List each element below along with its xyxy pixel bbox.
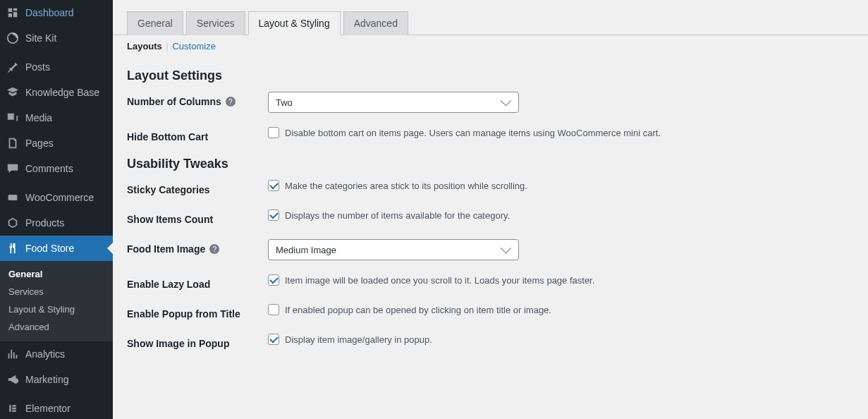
field-label: Number of Columns [127,96,221,107]
field-label: Show Image in Popup [127,338,229,349]
tab-services[interactable]: Services [186,11,245,35]
row-food-item-image: Food Item Image ? Medium Image [127,239,854,260]
sub-nav-customize[interactable]: Customize [172,41,215,51]
sidebar-item-label: Knowledge Base [25,87,99,98]
food-icon [6,241,20,255]
field-label: Show Items Count [127,214,213,225]
field-desc: If enabled popup can be opened by clicki… [285,305,551,315]
sub-nav-current[interactable]: Layouts [127,41,162,51]
sidebar-item-label: WooCommerce [25,192,94,203]
woocommerce-icon [6,190,20,205]
checkbox-sticky-categories[interactable] [268,180,279,191]
checkbox-show-image-in-popup[interactable] [268,334,279,345]
sidebar-item-media[interactable]: Media [0,105,113,130]
sidebar-item-comments[interactable]: Comments [0,156,113,181]
sidebar-submenu: General Services Layout & Styling Advanc… [0,261,113,341]
pages-icon [6,136,20,150]
submenu-item-advanced[interactable]: Advanced [0,318,113,336]
select-value: Medium Image [276,245,336,255]
submenu-item-general[interactable]: General [0,265,113,283]
sidebar-item-marketing[interactable]: Marketing [0,367,113,392]
sidebar-item-label: Dashboard [25,7,74,18]
sidebar-item-label: Food Store [25,243,74,254]
sub-nav: Layouts | Customize [113,35,868,57]
help-icon[interactable]: ? [209,244,219,254]
products-icon [6,216,20,230]
row-sticky-categories: Sticky Categories Make the categories ar… [127,180,854,195]
field-desc: Disable bottom cart on items page. Users… [285,128,661,138]
sidebar-item-analytics[interactable]: Analytics [0,341,113,367]
section-title-usability-tweaks: Usability Tweaks [127,157,854,171]
sub-nav-separator: | [166,41,168,51]
main-content: General Services Layout & Styling Advanc… [113,0,868,419]
graduation-cap-icon [6,85,20,99]
pin-icon [6,60,20,74]
help-icon[interactable]: ? [226,97,236,107]
sidebar-item-label: Posts [25,61,50,73]
sidebar-item-label: Analytics [25,348,65,360]
sidebar-item-label: Pages [25,138,54,149]
row-number-of-columns: Number of Columns ? Two [127,92,854,113]
admin-sidebar: Dashboard Site Kit Posts Knowledge Base … [0,0,113,419]
row-show-items-count: Show Items Count Displays the number of … [127,210,854,225]
row-enable-popup-from-title: Enable Popup from Title If enabled popup… [127,304,854,320]
tab-general[interactable]: General [127,11,183,35]
row-enable-lazy-load: Enable Lazy Load Item image will be load… [127,274,854,290]
sidebar-item-pages[interactable]: Pages [0,130,113,156]
sidebar-item-label: Site Kit [25,32,56,44]
field-label: Enable Popup from Title [127,308,240,320]
row-show-image-in-popup: Show Image in Popup Display item image/g… [127,334,854,349]
tab-advanced[interactable]: Advanced [343,11,408,35]
sidebar-item-knowledge-base[interactable]: Knowledge Base [0,80,113,105]
sidebar-item-posts[interactable]: Posts [0,54,113,80]
select-value: Two [276,97,293,108]
sidebar-item-sitekit[interactable]: Site Kit [0,25,113,51]
sidebar-item-products[interactable]: Products [0,210,113,236]
field-desc: Make the categories area stick to its po… [285,181,527,191]
sidebar-item-label: Comments [25,163,73,174]
field-desc: Display item image/gallery in popup. [285,334,432,345]
sitekit-icon [6,31,20,45]
checkbox-show-items-count[interactable] [268,210,279,221]
field-label: Food Item Image [127,243,205,255]
checkbox-hide-bottom-cart[interactable] [268,127,279,138]
sidebar-item-label: Elementor [25,403,71,414]
media-icon [6,111,20,125]
sidebar-item-dashboard[interactable]: Dashboard [0,0,113,25]
sidebar-item-elementor[interactable]: Elementor [0,396,113,419]
tab-bar: General Services Layout & Styling Advanc… [113,0,868,35]
tab-layout-styling[interactable]: Layout & Styling [248,11,341,35]
field-label: Hide Bottom Cart [127,131,208,142]
elementor-icon [6,401,20,415]
select-food-item-image[interactable]: Medium Image [268,239,519,260]
row-hide-bottom-cart: Hide Bottom Cart Disable bottom cart on … [127,127,854,142]
checkbox-enable-lazy-load[interactable] [268,274,279,286]
field-desc: Item image will be loaded once you scrol… [285,275,594,286]
sidebar-item-woocommerce[interactable]: WooCommerce [0,185,113,210]
field-label: Enable Lazy Load [127,279,210,290]
sidebar-item-label: Products [25,217,64,229]
sidebar-item-food-store[interactable]: Food Store [0,236,113,261]
submenu-item-layout-styling[interactable]: Layout & Styling [0,300,113,318]
analytics-icon [6,347,20,361]
section-title-layout-settings: Layout Settings [127,68,854,83]
sidebar-item-label: Media [25,112,52,123]
field-label: Sticky Categories [127,184,210,195]
sidebar-item-label: Marketing [25,374,68,385]
select-number-of-columns[interactable]: Two [268,92,519,113]
marketing-icon [6,372,20,387]
comments-icon [6,162,20,176]
field-desc: Displays the number of items available f… [285,210,510,221]
dashboard-icon [6,6,20,20]
submenu-item-services[interactable]: Services [0,283,113,300]
svg-rect-1 [8,195,18,200]
checkbox-enable-popup-from-title[interactable] [268,304,279,315]
